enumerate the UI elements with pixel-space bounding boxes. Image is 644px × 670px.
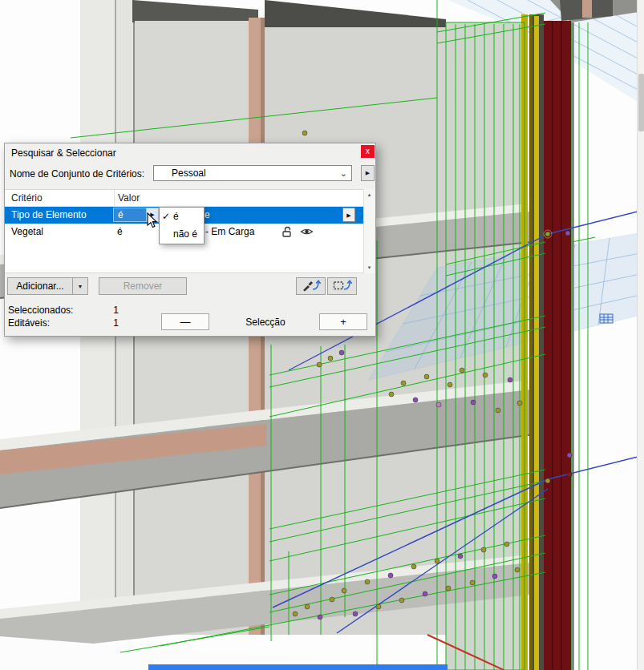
operator-combobox[interactable]: é ▶ bbox=[113, 208, 159, 222]
right-arrow-icon: ▶ bbox=[366, 170, 370, 176]
close-button[interactable]: x bbox=[361, 145, 375, 158]
menu-item-e[interactable]: ✓ é bbox=[160, 208, 204, 225]
chevron-down-icon: ⌄ bbox=[340, 167, 347, 180]
criteria-set-combobox[interactable]: Pessoal ⌄ bbox=[153, 165, 352, 181]
operator-dropdown-button[interactable]: ▶ bbox=[146, 208, 158, 221]
unlock-icon bbox=[281, 225, 294, 240]
find-select-dialog: Pesquisar & Seleccionar x Nome de Conjun… bbox=[4, 143, 376, 337]
selection-label: Selecção bbox=[212, 317, 319, 328]
selected-label: Seleccionados: bbox=[8, 305, 73, 316]
value-cell: - Em Carga bbox=[205, 226, 254, 237]
row-flyout-button[interactable]: ▶ bbox=[342, 208, 355, 222]
scroll-down-icon[interactable]: ▼ bbox=[364, 265, 375, 270]
viewport-vscrollbar-thumb[interactable] bbox=[638, 74, 644, 131]
select-button[interactable]: + bbox=[319, 313, 367, 330]
operator-value: é bbox=[117, 226, 123, 237]
criteria-set-label: Nome de Conjunto de Critérios: bbox=[10, 168, 144, 180]
scroll-up-icon[interactable]: ▲ bbox=[364, 192, 375, 197]
grid-symbol-icon bbox=[600, 314, 613, 323]
table-header: Critério Valor bbox=[5, 190, 363, 207]
right-arrow-icon: ▶ bbox=[150, 212, 154, 217]
eyedropper-select-button[interactable] bbox=[296, 277, 326, 295]
column-header-criterio: Critério bbox=[11, 192, 43, 204]
check-icon: ✓ bbox=[162, 208, 170, 225]
archicad-window: Pesquisar & Seleccionar x Nome de Conjun… bbox=[0, 0, 644, 670]
selected-value: 1 bbox=[99, 305, 119, 316]
editable-label: Editáveis: bbox=[8, 317, 50, 329]
viewport-vscrollbar[interactable] bbox=[637, 0, 644, 670]
operator-dropdown-menu: ✓ é não é bbox=[159, 207, 205, 244]
column-divider bbox=[114, 190, 115, 207]
right-arrow-icon: ▶ bbox=[346, 212, 350, 218]
bottom-blue-bar bbox=[148, 664, 448, 670]
table-scrollbar[interactable]: ▲ ▼ bbox=[363, 189, 375, 273]
add-button[interactable]: Adicionar... bbox=[7, 277, 73, 295]
criterion-cell: Tipo de Elemento bbox=[11, 209, 87, 220]
remove-button[interactable]: Remover bbox=[99, 277, 187, 295]
value-fragment: e bbox=[205, 209, 210, 220]
marquee-select-button[interactable] bbox=[327, 277, 357, 295]
menu-item-nao-e[interactable]: não é bbox=[160, 225, 204, 243]
dialog-title: Pesquisar & Seleccionar bbox=[11, 147, 116, 159]
add-dropdown-button[interactable]: ▼ bbox=[72, 277, 88, 295]
menu-item-label: é bbox=[173, 211, 179, 222]
criteria-set-flyout-button[interactable]: ▶ bbox=[361, 165, 375, 181]
eye-icon bbox=[300, 225, 314, 240]
criterion-cell: Vegetal bbox=[11, 226, 43, 237]
editable-value: 1 bbox=[99, 317, 119, 329]
marquee-icon bbox=[332, 279, 353, 292]
dropdown-arrow-icon: ▼ bbox=[78, 284, 83, 289]
column-header-valor: Valor bbox=[118, 192, 140, 204]
eyedropper-icon bbox=[301, 279, 322, 292]
criteria-set-value: Pessoal bbox=[172, 168, 206, 179]
operator-value: é bbox=[118, 209, 124, 220]
menu-item-label: não é bbox=[173, 228, 197, 240]
deselect-button[interactable]: — bbox=[161, 313, 209, 330]
